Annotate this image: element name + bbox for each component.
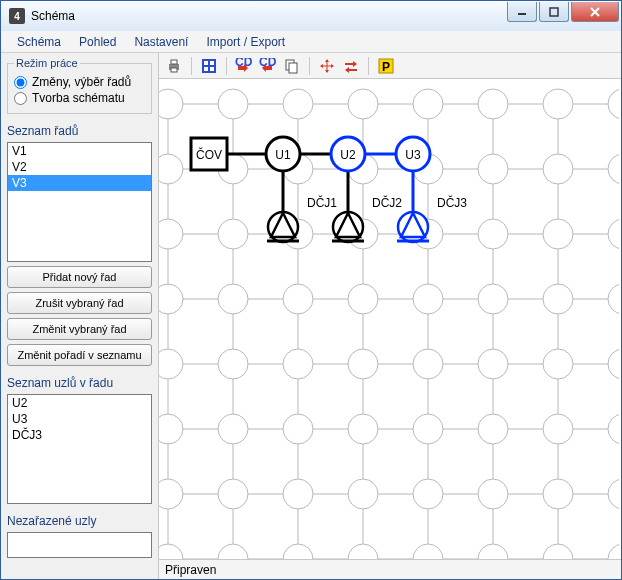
node-u1-label: U1 [275, 148, 291, 162]
nodes-list[interactable]: U2U3DČJ3 [7, 394, 152, 504]
svg-point-22 [159, 89, 183, 119]
node-u3-label: U3 [405, 148, 421, 162]
svg-point-106 [478, 284, 508, 314]
svg-point-40 [543, 89, 573, 119]
copy-icon[interactable] [281, 55, 303, 77]
svg-point-160 [159, 479, 183, 509]
diagram-svg: ČOV U1 U2 U3 DČJ1 [159, 79, 619, 559]
svg-point-172 [413, 479, 443, 509]
list-item[interactable]: DČJ3 [8, 427, 151, 443]
svg-point-180 [608, 479, 619, 509]
svg-point-140 [218, 414, 248, 444]
menu-pohled[interactable]: Pohled [73, 33, 122, 51]
list-item[interactable]: V2 [8, 159, 151, 175]
svg-point-166 [283, 479, 313, 509]
svg-point-97 [283, 284, 313, 314]
unassigned-list[interactable] [7, 532, 152, 558]
svg-point-190 [413, 544, 443, 559]
minimize-button[interactable] [507, 2, 537, 22]
svg-rect-15 [289, 63, 297, 73]
svg-point-71 [218, 219, 248, 249]
svg-point-192 [478, 544, 508, 559]
svg-point-60 [478, 154, 508, 184]
svg-point-63 [543, 154, 573, 184]
svg-point-25 [218, 89, 248, 119]
svg-rect-8 [204, 61, 208, 65]
svg-point-123 [348, 349, 378, 379]
list-item[interactable]: V1 [8, 143, 151, 159]
menu-import-export[interactable]: Import / Export [200, 33, 291, 51]
svg-point-195 [608, 544, 619, 559]
svg-point-65 [608, 154, 619, 184]
cdf-in-icon[interactable]: CDF [233, 55, 255, 77]
svg-rect-11 [210, 67, 214, 71]
svg-rect-10 [204, 67, 208, 71]
cdf-out-icon[interactable]: CDF [257, 55, 279, 77]
rows-list-label: Seznam řadů [7, 124, 152, 138]
svg-point-94 [218, 284, 248, 314]
body: Režim práce Změny, výběr řadů Tvorba sch… [1, 53, 621, 579]
svg-rect-6 [171, 68, 177, 72]
swap-icon[interactable] [340, 55, 362, 77]
node-dcj3-label: DČJ3 [437, 195, 467, 210]
rows-list[interactable]: V1V2V3 [7, 142, 152, 262]
right-panel: CDF CDF P [159, 53, 621, 579]
svg-point-169 [348, 479, 378, 509]
reorder-button[interactable]: Změnit pořadí v seznamu [7, 344, 152, 366]
svg-point-111 [608, 284, 619, 314]
svg-point-184 [218, 544, 248, 559]
svg-point-126 [413, 349, 443, 379]
close-button[interactable] [571, 2, 619, 22]
maximize-button[interactable] [539, 2, 569, 22]
svg-point-100 [348, 284, 378, 314]
layout-icon[interactable] [198, 55, 220, 77]
svg-point-86 [543, 219, 573, 249]
menu-schema[interactable]: Schéma [11, 33, 67, 51]
delete-row-button[interactable]: Zrušit vybraný řad [7, 292, 152, 314]
parking-icon[interactable]: P [375, 55, 397, 77]
print-icon[interactable] [163, 55, 185, 77]
svg-point-137 [159, 414, 183, 444]
svg-point-175 [478, 479, 508, 509]
list-item[interactable]: U3 [8, 411, 151, 427]
mode-create-row[interactable]: Tvorba schématu [14, 91, 145, 105]
toolbar-separator [309, 57, 310, 75]
svg-text:P: P [382, 60, 390, 74]
move-icon[interactable] [316, 55, 338, 77]
window-buttons [505, 2, 619, 24]
edit-row-button[interactable]: Změnit vybraný řad [7, 318, 152, 340]
svg-point-109 [543, 284, 573, 314]
mode-changes-radio[interactable] [14, 76, 27, 89]
add-row-button[interactable]: Přidat nový řad [7, 266, 152, 288]
svg-point-91 [159, 284, 183, 314]
node-u2-label: U2 [340, 148, 356, 162]
list-item[interactable]: U2 [8, 395, 151, 411]
mode-changes-label: Změny, výběr řadů [32, 75, 131, 89]
node-dcj3[interactable] [397, 212, 429, 242]
app-window: 4 Schéma Schéma Pohled Nastavení Import … [0, 0, 622, 580]
svg-rect-9 [210, 61, 214, 65]
svg-point-28 [283, 89, 313, 119]
mode-create-radio[interactable] [14, 92, 27, 105]
svg-point-117 [218, 349, 248, 379]
statusbar: Připraven [159, 559, 621, 579]
titlebar: 4 Schéma [1, 1, 621, 31]
svg-rect-5 [171, 60, 177, 64]
svg-point-155 [543, 414, 573, 444]
svg-point-149 [413, 414, 443, 444]
svg-point-129 [478, 349, 508, 379]
svg-point-31 [348, 89, 378, 119]
menu-nastaveni[interactable]: Nastavení [128, 33, 194, 51]
toolbar-separator [226, 57, 227, 75]
list-item[interactable]: V3 [8, 175, 151, 191]
mode-changes-row[interactable]: Změny, výběr řadů [14, 75, 145, 89]
node-dcj2-label: DČJ2 [372, 195, 402, 210]
svg-point-194 [543, 544, 573, 559]
svg-point-163 [218, 479, 248, 509]
node-dcj2[interactable] [332, 212, 364, 242]
node-dcj1[interactable] [267, 212, 299, 242]
svg-rect-1 [550, 8, 558, 16]
diagram-canvas[interactable]: ČOV U1 U2 U3 DČJ1 [159, 79, 621, 559]
svg-point-103 [413, 284, 443, 314]
svg-point-83 [478, 219, 508, 249]
